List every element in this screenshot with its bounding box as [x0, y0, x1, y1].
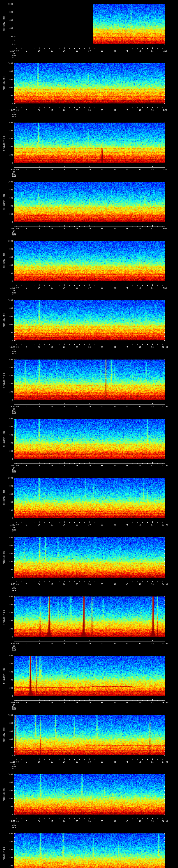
x-tick-label: 25 — [76, 702, 78, 704]
x-tick-label: 10 — [38, 583, 40, 585]
x-tick-label: 20 — [63, 524, 65, 526]
y-axis-title: Frequency (Hz) — [3, 253, 5, 269]
x-tick-label: 20 — [63, 583, 65, 585]
x-axis-start-time: 15:16:00 — [9, 761, 19, 763]
y-tick-label: 1000 — [5, 773, 13, 775]
x-tick-label: 45 — [126, 168, 128, 170]
x-tick-label: 35 — [101, 109, 103, 111]
x-tick-label: 30 — [88, 820, 91, 822]
y-axis-title: Frequency (Hz) — [3, 490, 5, 506]
spectrogram-panel: Frequency (Hz) 02004006008001000 5101520… — [0, 415, 178, 474]
x-tick-label: 30 — [88, 643, 91, 644]
x-axis-end-time: 8:00 — [163, 228, 168, 230]
date-line: 2015 — [12, 412, 17, 414]
x-axis-end-time: 7:00 — [163, 168, 168, 170]
y-tick-label: 400 — [5, 442, 13, 444]
y-tick-label: 600 — [5, 19, 13, 21]
y-tick-label: 1000 — [5, 536, 13, 538]
x-tick-label: 40 — [114, 643, 116, 644]
y-tick-label: 400 — [5, 738, 13, 740]
x-tick-label: 30 — [88, 465, 91, 467]
x-tick-label: 20 — [63, 406, 65, 407]
y-tick-label: 600 — [5, 730, 13, 732]
x-tick-label: 30 — [88, 228, 91, 230]
x-tick-label: 25 — [76, 109, 78, 111]
spectrogram-panel: Frequency (Hz) 02004006008001000 5101520… — [0, 59, 178, 119]
date-line: 2015 — [12, 56, 17, 58]
y-tick-label: 600 — [5, 138, 13, 140]
x-tick-label: 10 — [38, 643, 40, 644]
date-line: 2015 — [12, 116, 17, 118]
y-tick-label: 800 — [5, 248, 13, 250]
x-tick-label: 40 — [114, 465, 116, 467]
spectrogram-stack: Frequency (Hz) 02004006008001000 5101520… — [0, 0, 178, 868]
y-tick-label: 1000 — [5, 418, 13, 420]
x-tick-label: 5 — [26, 820, 27, 822]
x-tick-label: 15 — [51, 761, 53, 763]
x-tick-label: 30 — [88, 109, 91, 111]
x-tick-label: 40 — [114, 346, 116, 348]
y-tick-label: 800 — [5, 603, 13, 606]
y-tick-label: 0 — [5, 754, 13, 756]
x-tick-label: 30 — [88, 761, 91, 763]
y-tick-label: 400 — [5, 27, 13, 29]
x-tick-label: 20 — [63, 228, 65, 230]
x-tick-label: 5 — [26, 346, 27, 348]
x-tick-label: 40 — [114, 50, 116, 52]
y-tick-label: 0 — [5, 636, 13, 638]
x-tick-label: 15 — [51, 583, 53, 585]
x-tick-label: 25 — [76, 583, 78, 585]
x-tick-label: 50 — [139, 643, 141, 644]
x-tick-label: 35 — [101, 761, 103, 763]
y-axis-title: Frequency (Hz) — [3, 668, 5, 684]
y-tick-label: 1000 — [5, 359, 13, 361]
date-line: 2015 — [12, 708, 17, 710]
x-tick-label: 10 — [38, 228, 40, 230]
x-axis-start-time: 15:08:00 — [9, 287, 19, 289]
x-tick-label: 15 — [51, 50, 53, 52]
x-axis-start-time: 15:06:00 — [9, 168, 19, 170]
x-tick-label: 30 — [88, 346, 91, 348]
x-tick-label: 45 — [126, 643, 128, 644]
x-tick-label: 35 — [101, 406, 103, 407]
spectrogram-panel: Frequency (Hz) 02004006008001000 5101520… — [0, 474, 178, 533]
y-tick-label: 400 — [5, 383, 13, 385]
x-tick-label: 30 — [88, 406, 91, 407]
x-tick-label: 50 — [139, 465, 141, 467]
x-axis-end-time: 11:00 — [162, 406, 168, 407]
spectrogram-panel: Frequency (Hz) 02004006008001000 5101520… — [0, 830, 178, 868]
x-tick-label: 40 — [114, 761, 116, 763]
y-axis-title: Frequency (Hz) — [3, 550, 5, 566]
x-tick-label: 30 — [88, 524, 91, 526]
y-tick-label: 800 — [5, 130, 13, 132]
y-tick-label: 1000 — [5, 655, 13, 657]
x-tick-label: 20 — [63, 643, 65, 644]
x-tick-label: 35 — [101, 346, 103, 348]
x-tick-label: 35 — [101, 465, 103, 467]
x-tick-label: 30 — [88, 702, 91, 704]
x-tick-label: 25 — [76, 228, 78, 230]
x-axis-start-time: 15:11:00 — [9, 465, 19, 467]
y-tick-label: 0 — [5, 517, 13, 519]
x-tick-label: 40 — [114, 820, 116, 822]
x-tick-label: 15 — [51, 228, 53, 230]
y-tick-label: 1000 — [5, 714, 13, 716]
y-tick-label: 0 — [5, 221, 13, 223]
x-tick-label: 40 — [114, 524, 116, 526]
x-tick-label: 50 — [139, 287, 141, 289]
x-tick-label: 40 — [114, 228, 116, 230]
y-tick-label: 0 — [5, 43, 13, 45]
spectrogram-panel: Frequency (Hz) 02004006008001000 5101520… — [0, 119, 178, 178]
x-tick-label: 35 — [101, 524, 103, 526]
y-tick-label: 400 — [5, 264, 13, 266]
x-tick-label: 35 — [101, 228, 103, 230]
x-tick-label: 50 — [139, 109, 141, 111]
x-axis-start-time: 15:09:00 — [9, 346, 19, 348]
date-line: 2015 — [12, 175, 17, 177]
y-tick-label: 400 — [5, 798, 13, 799]
date-line: 2015 — [12, 649, 17, 651]
x-axis-end-time: 9:00 — [163, 287, 168, 289]
x-tick-label: 50 — [139, 761, 141, 763]
x-tick-label: 55 — [151, 168, 153, 170]
x-axis-start-time: 15:04:00 — [9, 50, 19, 52]
